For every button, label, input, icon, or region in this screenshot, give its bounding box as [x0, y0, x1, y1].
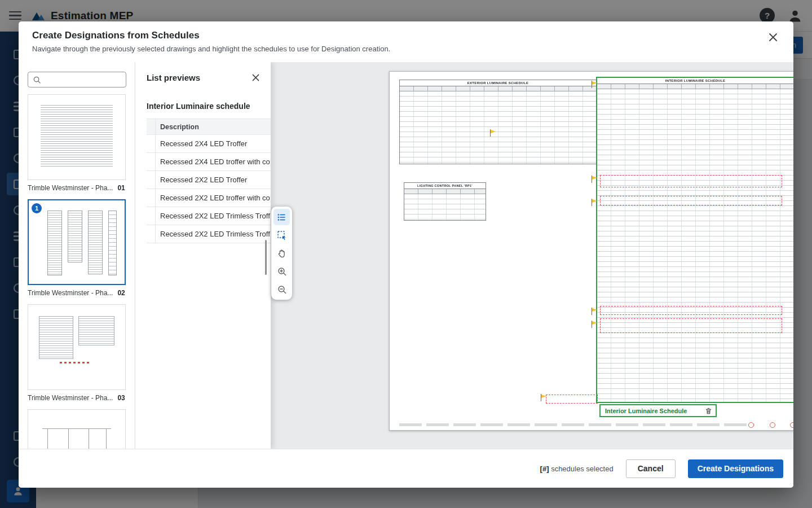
lighting-panel-title: LIGHTING CONTROL PANEL 'RP1' [404, 183, 486, 189]
sheet-marker-icon [790, 422, 793, 428]
list-previews-title: List previews [147, 73, 200, 82]
interior-schedule-title: INTERIOR LUMINAIRE SCHEDULE [597, 78, 793, 84]
create-designations-button[interactable]: Create Designations [688, 459, 783, 478]
zoom-in-button[interactable] [273, 263, 290, 279]
revision-cloud [600, 175, 782, 187]
table-row[interactable]: Recessed 2X2 LED troffer with co [147, 189, 271, 207]
exterior-schedule-title: EXTERIOR LUMINAIRE SCHEDULE [400, 80, 596, 86]
drawing-thumbnail-2: 1 Trimble Westminster - Pha... 02 [28, 199, 126, 297]
drawing-thumbnail-1: Trimble Westminster - Pha... 01 [28, 94, 126, 192]
interior-schedule-highlight[interactable]: INTERIOR LUMINAIRE SCHEDULE [596, 77, 793, 403]
thumbnail-caption-2: Trimble Westminster - Pha... 02 [28, 289, 126, 297]
revision-cloud [600, 196, 782, 205]
drawing-thumbnail-4 [28, 409, 126, 449]
preview-schedule-title: Interior Luminaire schedule [135, 82, 271, 111]
revision-cloud [600, 318, 782, 333]
create-designations-dialog: Create Designations from Schedules Navig… [19, 21, 793, 488]
table-row[interactable]: Recessed 2X2 LED Trimless Troff [147, 207, 271, 225]
sheet-marker-icon [770, 422, 775, 428]
schedules-selected-count: [#] schedules selected [540, 465, 614, 473]
zoom-out-icon [277, 284, 287, 295]
thumbnail-caption-1: Trimble Westminster - Pha... 01 [28, 184, 126, 192]
close-icon [767, 32, 779, 43]
table-row[interactable]: Recessed 2X4 LED Troffer [147, 135, 271, 153]
row-description: Recessed 2X2 LED Troffer [156, 171, 247, 189]
revision-flag-icon [592, 199, 597, 206]
selection-label-text: Interior Luminaire Schedule [605, 408, 687, 414]
thumbnail-image-4[interactable] [28, 409, 126, 449]
thumbnail-label: Trimble Westminster - Pha... [28, 289, 113, 297]
dialog-body: Trimble Westminster - Pha... 01 1 Trimbl… [19, 62, 793, 449]
thumbnail-image-3[interactable] [28, 304, 126, 390]
trash-icon [705, 407, 712, 415]
list-previews-panel: List previews Interior Luminaire schedul… [135, 62, 271, 449]
revision-flag-icon [592, 81, 597, 88]
revision-flag-icon [592, 176, 597, 183]
exterior-luminaire-schedule: EXTERIOR LUMINAIRE SCHEDULE [399, 80, 597, 164]
table-row[interactable]: Recessed 2X2 LED Trimless Troff [147, 225, 271, 243]
dialog-subtitle: Navigate through the previously selected… [32, 45, 780, 53]
revision-flag-icon [490, 129, 496, 137]
interior-luminaire-schedule: INTERIOR LUMINAIRE SCHEDULE [597, 78, 793, 402]
dialog-header: Create Designations from Schedules Navig… [19, 21, 793, 62]
revision-flag-icon [592, 308, 597, 315]
table-row[interactable]: Recessed 2X4 LED troffer with co [147, 153, 271, 171]
marquee-select-button[interactable] [273, 227, 290, 243]
cancel-button[interactable]: Cancel [626, 459, 676, 478]
thumbnail-image-1[interactable] [28, 94, 126, 180]
thumbnail-image-2-selected[interactable]: 1 [28, 199, 126, 285]
revision-flag-icon [541, 394, 546, 401]
revision-cloud [600, 306, 782, 315]
count-token: [#] [540, 465, 549, 473]
table-row[interactable]: Recessed 2X2 LED Troffer [147, 171, 271, 189]
preview-table: Description Recessed 2X4 LED Troffer Rec… [147, 119, 271, 243]
list-view-button[interactable] [273, 209, 290, 225]
hand-icon [277, 248, 287, 259]
schedule-selection-label[interactable]: Interior Luminaire Schedule [599, 404, 717, 417]
thumbnail-label: Trimble Westminster - Pha... [28, 394, 113, 402]
thumbnail-caption-3: Trimble Westminster - Pha... 03 [28, 394, 126, 402]
viewer-toolbar [271, 207, 292, 300]
remove-selection-button[interactable] [705, 407, 712, 415]
thumbnail-label: Trimble Westminster - Pha... [28, 184, 113, 192]
row-description: Recessed 2X2 LED Trimless Troff [156, 225, 270, 243]
drawing-search[interactable] [28, 72, 126, 87]
revision-cloud-note [546, 395, 598, 404]
column-header-description: Description [156, 119, 199, 134]
lighting-control-panel-schedule: LIGHTING CONTROL PANEL 'RP1' [404, 182, 486, 221]
thumbnail-number: 02 [117, 289, 125, 297]
list-previews-close-button[interactable] [251, 73, 261, 82]
sheet-footnotes [399, 423, 754, 426]
row-description: Recessed 2X2 LED troffer with co [156, 189, 270, 207]
dialog-footer: [#] schedules selected Cancel Create Des… [19, 449, 793, 488]
drawings-panel: Trimble Westminster - Pha... 01 1 Trimbl… [19, 62, 135, 449]
list-icon [277, 212, 287, 222]
sheet-marker-icon [748, 422, 754, 428]
dialog-title: Create Designations from Schedules [32, 30, 780, 41]
search-input[interactable] [45, 76, 121, 84]
count-suffix: schedules selected [551, 465, 614, 473]
revision-flag-icon [592, 321, 597, 328]
pan-button[interactable] [273, 245, 290, 261]
row-description: Recessed 2X4 LED Troffer [156, 135, 247, 152]
row-description: Recessed 2X2 LED Trimless Troff [156, 207, 270, 225]
dialog-close-button[interactable] [765, 29, 781, 45]
zoom-in-icon [277, 266, 287, 277]
preview-table-header: Description [147, 119, 271, 135]
close-icon [251, 73, 261, 82]
thumbnail-number: 01 [117, 184, 125, 192]
row-description: Recessed 2X4 LED troffer with co [156, 153, 270, 170]
drawing-sheet: EXTERIOR LUMINAIRE SCHEDULE LIGHTING CON… [389, 71, 793, 431]
thumbnail-number: 03 [117, 394, 125, 402]
drawing-thumbnail-3: Trimble Westminster - Pha... 03 [28, 304, 126, 402]
search-icon [33, 76, 41, 84]
selection-badge: 1 [32, 203, 42, 213]
panel-scrollbar[interactable] [265, 240, 267, 275]
zoom-out-button[interactable] [273, 281, 290, 297]
marquee-select-icon [277, 230, 287, 240]
